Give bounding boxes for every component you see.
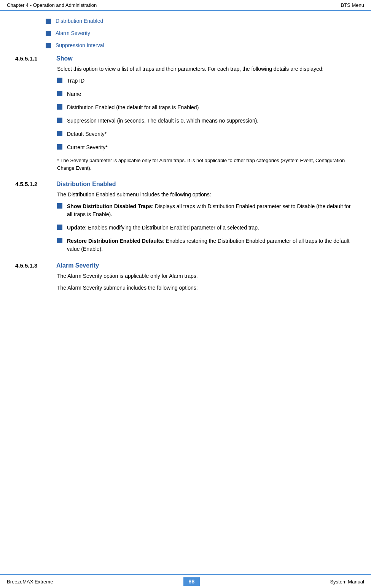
section-number: 4.5.5.1.2 [15,181,49,187]
sub-bullet-icon [57,104,62,110]
sub-bullet-text: Show Distribution Disabled Traps: Displa… [67,202,356,218]
section-paragraph: The Alarm Severity submenu includes the … [57,284,356,292]
top-bullet-list: Distribution EnabledAlarm SeveritySuppre… [15,18,356,48]
sub-bullet-bold: Restore Distribution Enabled Defaults [67,238,163,244]
sub-bullet-icon [57,144,62,150]
sub-bullet-item: Restore Distribution Enabled Defaults: E… [57,237,356,253]
section-title: Distribution Enabled [56,181,116,188]
sub-bullet-text: Current Severity* [67,143,108,151]
sub-bullet-item: Show Distribution Disabled Traps: Displa… [57,202,356,218]
header-left: Chapter 4 - Operation and Administration [7,2,97,8]
sub-bullet-item: Name [57,90,356,98]
sub-bullet-item: Default Severity* [57,130,356,138]
bullet-label: Alarm Severity [56,30,90,36]
sub-bullet-item: Suppression Interval (in seconds. The de… [57,117,356,125]
sub-bullet-list: Show Distribution Disabled Traps: Displa… [57,202,356,253]
bullet-icon [46,43,51,48]
footer-center: 88 [183,577,200,586]
sub-bullet-text: Name [67,90,81,98]
section-number: 4.5.5.1.3 [15,262,49,269]
sub-bullet-text: Restore Distribution Enabled Defaults: E… [67,237,356,253]
page-footer: BreezeMAX Extreme 88 System Manual [0,574,371,588]
sub-bullet-icon [57,238,62,243]
footer-left: BreezeMAX Extreme [7,579,53,585]
top-bullet-item: Alarm Severity [15,30,356,36]
bullet-icon [46,31,51,36]
sub-bullet-icon [57,203,62,209]
sub-bullet-icon [57,131,62,136]
footer-right: System Manual [330,579,364,585]
sub-bullet-icon [57,118,62,123]
section-header: 4.5.5.1.2Distribution Enabled [15,181,356,188]
sub-bullet-item: Update: Enables modifying the Distributi… [57,224,356,232]
top-bullet-item: Distribution Enabled [15,18,356,24]
section-paragraph: The Distribution Enabled submenu include… [57,191,356,199]
section-title: Show [56,55,73,62]
sub-bullet-list: Trap IDNameDistribution Enabled (the def… [57,77,356,151]
section-block: 4.5.5.1.1ShowSelect this option to view … [15,55,356,172]
sub-bullet-text: Trap ID [67,77,84,85]
sub-bullet-icon [57,225,62,230]
header-right: BTS Menu [341,2,364,8]
sub-bullet-text: Suppression Interval (in seconds. The de… [67,117,258,125]
bullet-icon [46,19,51,24]
section-paragraph: Select this option to view a list of all… [57,65,356,73]
bullet-label: Distribution Enabled [56,18,103,24]
section-block: 4.5.5.1.3Alarm SeverityThe Alarm Severit… [15,262,356,292]
sub-bullet-item: Trap ID [57,77,356,85]
sub-bullet-bold: Show Distribution Disabled Traps [67,203,152,209]
sub-bullet-text: Update: Enables modifying the Distributi… [67,224,259,232]
section-body: The Distribution Enabled submenu include… [15,191,356,253]
bullet-label: Suppression Interval [56,42,104,48]
top-bullet-item: Suppression Interval [15,42,356,48]
sub-bullet-item: Current Severity* [57,143,356,151]
section-body: Select this option to view a list of all… [15,65,356,172]
sections-container: 4.5.5.1.1ShowSelect this option to view … [15,55,356,292]
sub-bullet-icon [57,91,62,96]
sub-bullet-item: Distribution Enabled (the default for al… [57,104,356,112]
section-paragraph: The Alarm Severity option is applicable … [57,272,356,280]
section-block: 4.5.5.1.2Distribution EnabledThe Distrib… [15,181,356,253]
section-note: * The Severity parameter is applicable o… [57,157,356,172]
section-title: Alarm Severity [56,262,99,269]
section-body: The Alarm Severity option is applicable … [15,272,356,292]
section-number: 4.5.5.1.1 [15,55,49,62]
sub-bullet-text: Distribution Enabled (the default for al… [67,104,199,112]
sub-bullet-bold: Update [67,225,85,231]
sub-bullet-text: Default Severity* [67,130,107,138]
sub-bullet-icon [57,78,62,83]
page-header: Chapter 4 - Operation and Administration… [0,0,371,11]
section-header: 4.5.5.1.1Show [15,55,356,62]
section-header: 4.5.5.1.3Alarm Severity [15,262,356,269]
